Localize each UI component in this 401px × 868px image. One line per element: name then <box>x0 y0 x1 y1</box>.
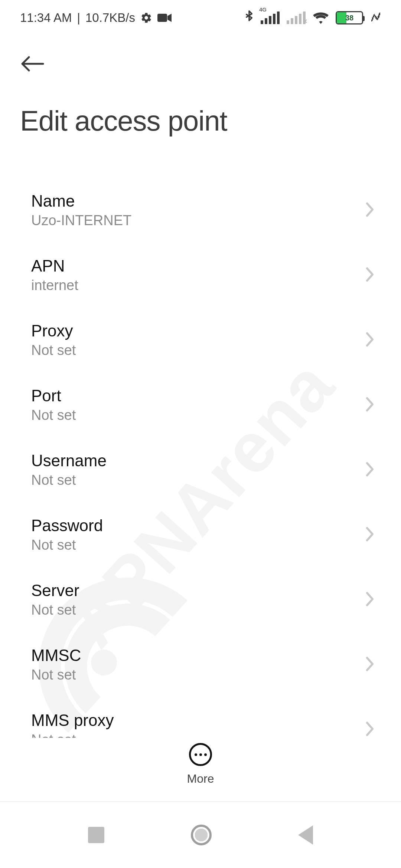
row-port[interactable]: Port Not set <box>0 372 401 437</box>
more-icon <box>189 743 212 766</box>
charging-icon: 🗲 <box>371 11 382 24</box>
row-label: Password <box>31 516 103 535</box>
wifi-icon <box>313 11 329 24</box>
more-label: More <box>187 772 214 786</box>
svg-rect-0 <box>157 14 167 22</box>
settings-list: Name Uzo-INTERNET APN internet Proxy Not… <box>0 178 401 762</box>
chevron-right-icon <box>365 266 375 284</box>
battery-percent: 38 <box>337 14 362 22</box>
row-value: Not set <box>31 472 107 488</box>
bluetooth-icon <box>244 10 254 25</box>
back-button[interactable] <box>20 49 50 79</box>
chevron-right-icon <box>365 396 375 414</box>
chevron-right-icon <box>365 721 375 739</box>
status-net-speed: 10.7KB/s <box>85 11 135 25</box>
camera-icon <box>157 13 172 23</box>
row-proxy[interactable]: Proxy Not set <box>0 308 401 372</box>
row-label: APN <box>31 257 78 275</box>
row-server[interactable]: Server Not set <box>0 567 401 632</box>
chevron-right-icon <box>365 526 375 544</box>
signal-secondary-icon: ✕ <box>287 11 306 24</box>
row-value: Uzo-INTERNET <box>31 213 131 228</box>
chevron-right-icon <box>365 591 375 609</box>
row-apn[interactable]: APN internet <box>0 243 401 308</box>
chevron-right-icon <box>365 331 375 349</box>
chevron-right-icon <box>365 656 375 674</box>
chevron-right-icon <box>365 201 375 219</box>
status-bar: 11:34 AM | 10.7KB/s 4G ✕ 38 🗲 <box>0 0 401 36</box>
arrow-left-icon <box>20 56 45 72</box>
system-nav-bar <box>0 801 401 868</box>
row-label: Server <box>31 581 79 600</box>
row-value: internet <box>31 277 78 293</box>
row-label: Name <box>31 192 131 210</box>
nav-home-button[interactable] <box>191 825 212 845</box>
row-label: MMSC <box>31 646 81 665</box>
row-password[interactable]: Password Not set <box>0 502 401 567</box>
row-value: Not set <box>31 407 76 423</box>
row-mmsc[interactable]: MMSC Not set <box>0 632 401 697</box>
row-value: Not set <box>31 667 81 683</box>
status-sep: | <box>77 11 80 25</box>
more-button[interactable]: More <box>187 743 214 786</box>
gear-icon <box>140 12 152 24</box>
row-value: Not set <box>31 537 103 553</box>
row-label: MMS proxy <box>31 711 114 730</box>
status-time: 11:34 AM <box>20 11 72 25</box>
row-label: Username <box>31 451 107 470</box>
row-value: Not set <box>31 342 76 358</box>
page-title: Edit access point <box>20 105 381 137</box>
row-label: Port <box>31 387 76 405</box>
signal-tag: 4G <box>259 6 267 13</box>
nav-recents-button[interactable] <box>88 827 104 843</box>
row-value: Not set <box>31 602 79 618</box>
signal-primary-icon: 4G <box>261 11 280 24</box>
chevron-right-icon <box>365 461 375 479</box>
nav-back-button[interactable] <box>298 825 313 845</box>
row-label: Proxy <box>31 322 76 340</box>
row-name[interactable]: Name Uzo-INTERNET <box>0 178 401 243</box>
battery-icon: 38 <box>336 11 363 24</box>
row-username[interactable]: Username Not set <box>0 437 401 502</box>
